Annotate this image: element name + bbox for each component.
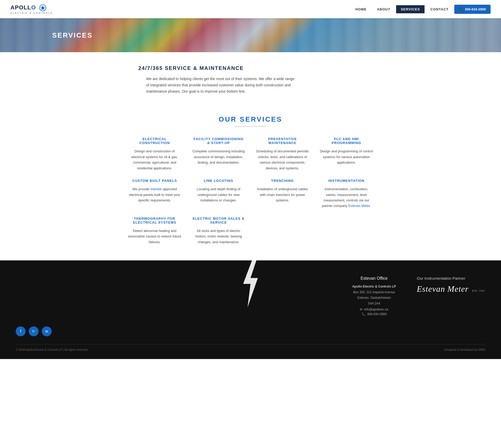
- email-row: ✉ info@apolloec.ca: [352, 308, 396, 311]
- social-facebook[interactable]: f: [16, 326, 26, 336]
- service-custom-panels: CUSTOM BUILT PANELS We provide Intertek …: [125, 179, 184, 209]
- main-content: 24/7/365 SERVICE & MAINTENANCE We are de…: [133, 52, 368, 105]
- postal-code: S4A 2A4: [368, 302, 380, 305]
- partner-name: Estevan Meter: [417, 284, 469, 294]
- credit-text: Designed & Developed by DIMS: [444, 348, 485, 351]
- nav-services[interactable]: SERVICES: [396, 5, 425, 13]
- service-title-6: TRENCHING: [256, 179, 309, 183]
- our-services-section: OUR SERVICES ELECTRICAL CONSTRUCTION Des…: [0, 105, 501, 260]
- service-title-2: PREVENTATIVE MAINTENANCE: [256, 137, 309, 145]
- phone-footer-icon: 📞: [362, 312, 366, 316]
- service-desc-0: Design and construction of electrical sy…: [128, 148, 181, 171]
- svg-point-1: [41, 7, 44, 9]
- footer-bottom: © 2018 Apollo Electric & Controls LP | A…: [16, 344, 485, 351]
- footer-email: info@apolloec.ca: [364, 308, 388, 311]
- services-grid: ELECTRICAL CONSTRUCTION Design and const…: [125, 137, 376, 245]
- logo-sub: ELECTRIC & CONTROLS: [10, 12, 53, 14]
- phone-row: 📞 306-634-2900: [352, 312, 396, 316]
- service-facility-commissioning: FACILITY COMMISSIONING & START-UP Comple…: [189, 137, 248, 171]
- service-title-8: THERMOGRAPHY FOR ELECTRICAL SYSTEMS: [128, 217, 181, 224]
- hero-title: SERVICES: [52, 31, 93, 39]
- estevan-meter-link[interactable]: Estevan Meter.: [348, 204, 371, 208]
- section-divider: [235, 126, 266, 127]
- service-desc-2: Scheduling of documented periodic checks…: [256, 148, 309, 171]
- hero-banner: SERVICES: [0, 18, 501, 52]
- navbar: APOLLO ELECTRIC & CONTROLS HOME ABOUT SE…: [0, 0, 501, 18]
- our-services-title: OUR SERVICES: [5, 115, 496, 123]
- service-main-desc: We are dedicated to helping clients get …: [146, 76, 297, 94]
- service-title-5: LINE LOCATING: [192, 179, 245, 183]
- service-empty-1: [253, 217, 312, 245]
- company-name: Apollo Electric & Controls LP: [352, 285, 396, 288]
- service-title-4: CUSTOM BUILT PANELS: [128, 179, 181, 183]
- address-line1: Box 355, 321 Imperial Avenue: [353, 290, 395, 294]
- service-title-9: ELECTRIC MOTOR SALES & SERVICE: [192, 217, 245, 224]
- copyright-text: © 2018 Apollo Electric & Controls LP | A…: [16, 348, 88, 351]
- nav-about[interactable]: ABOUT: [372, 5, 395, 13]
- social-linkedin[interactable]: in: [42, 326, 52, 336]
- service-title-7: INSTRUMENTATION: [320, 179, 373, 183]
- service-preventative-maintenance: PREVENTATIVE MAINTENANCE Scheduling of d…: [253, 137, 312, 171]
- service-desc-9: All sizes and types of electric motors, …: [192, 228, 245, 245]
- nav-home[interactable]: HOME: [351, 5, 371, 13]
- footer-social: f 🐦 in: [16, 326, 485, 336]
- service-desc-1: Complete commissioning including assuran…: [192, 148, 245, 165]
- service-title-3: PLC AND HMI PROGRAMMING: [320, 137, 373, 145]
- service-thermography: THERMOGRAPHY FOR ELECTRICAL SYSTEMS Dete…: [125, 217, 184, 245]
- service-electrical-construction: ELECTRICAL CONSTRUCTION Design and const…: [125, 137, 184, 171]
- service-plc-hmi: PLC AND HMI PROGRAMMING Design and progr…: [317, 137, 376, 171]
- intertek-link[interactable]: Intertek: [150, 187, 162, 191]
- logo-text: APOLLO: [10, 4, 53, 12]
- service-desc-3: Design and programming of control system…: [320, 148, 373, 165]
- service-desc-8: Detect abnormal heating and associative …: [128, 228, 181, 245]
- service-desc-7: Instrumentation, combustion, valves, mea…: [320, 186, 373, 209]
- svg-marker-2: [243, 260, 258, 307]
- service-instrumentation: INSTRUMENTATION Instrumentation, combust…: [317, 179, 376, 209]
- nav-links: HOME ABOUT SERVICES CONTACT 📞 306-634-29…: [351, 5, 491, 14]
- phone-icon: 📞: [459, 7, 463, 11]
- office-title: Estevan Office: [352, 276, 396, 281]
- footer-partner: Our Instrumentation Partner Estevan Mete…: [417, 276, 485, 294]
- logo[interactable]: APOLLO ELECTRIC & CONTROLS: [10, 4, 53, 14]
- address-line2: Estevan, Saskatchewan: [357, 296, 391, 300]
- service-title-1: FACILITY COMMISSIONING & START-UP: [192, 137, 245, 145]
- phone-button[interactable]: 📞 306-634-2900: [454, 5, 491, 14]
- phone-number: 306-634-2900: [465, 7, 486, 11]
- email-icon: ✉: [360, 308, 362, 311]
- service-desc-6: Installation of underground cables with …: [256, 186, 309, 203]
- service-desc-4: We provide Intertek approved electrical …: [128, 186, 181, 203]
- estevan-meter-logo[interactable]: Estevan Meter EST. 1947: [417, 284, 485, 294]
- service-electric-motor: ELECTRIC MOTOR SALES & SERVICE All sizes…: [189, 217, 248, 245]
- lightning-icon: [239, 260, 262, 307]
- partner-label: Our Instrumentation Partner: [417, 276, 485, 280]
- partner-est: EST. 1947: [472, 289, 485, 292]
- footer-office: Estevan Office Apollo Electric & Control…: [352, 276, 396, 316]
- nav-contact[interactable]: CONTACT: [426, 5, 453, 13]
- footer: Estevan Office Apollo Electric & Control…: [0, 260, 501, 359]
- service-trenching: TRENCHING Installation of underground ca…: [253, 179, 312, 209]
- service-empty-2: [317, 217, 376, 245]
- service-desc-5: Locating and depth finding of undergroun…: [192, 186, 245, 203]
- service-line-locating: LINE LOCATING Locating and depth finding…: [189, 179, 248, 209]
- service-title-0: ELECTRICAL CONSTRUCTION: [128, 137, 181, 145]
- service-main-title: 24/7/365 SERVICE & MAINTENANCE: [138, 65, 363, 71]
- social-twitter[interactable]: 🐦: [29, 326, 39, 336]
- footer-phone: 306-634-2900: [367, 312, 387, 316]
